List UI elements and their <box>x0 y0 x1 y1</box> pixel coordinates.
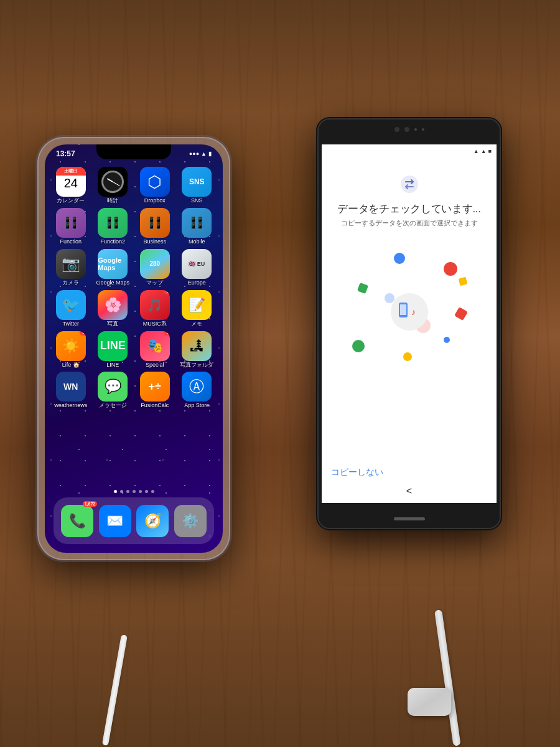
front-speaker <box>414 128 417 131</box>
app-line[interactable]: LINE LINE <box>94 331 131 369</box>
android-front-camera <box>394 127 424 132</box>
anim-shape-yellow-2 <box>403 352 412 361</box>
dock-safari[interactable]: 🧭 <box>136 505 169 537</box>
page-dot-5 <box>139 490 142 493</box>
android-setup-screen: ▲ ▲ ■ データをチェックしています... コピーするデータを次の画面で選択で… <box>322 144 497 503</box>
iphone-status-icons: ●●● ▲ ▮ <box>189 151 212 157</box>
app-label: 写真 <box>94 321 131 327</box>
iphone-body: 13:57 ●●● ▲ ▮ 土曜日 24 <box>37 137 230 560</box>
dock-mail[interactable]: ✉️ <box>99 505 131 537</box>
iphone-page-dots <box>45 490 223 493</box>
app-label: App Store <box>178 403 215 409</box>
anim-shape-blue-2 <box>444 337 450 343</box>
app-label: weathernews <box>52 403 90 409</box>
app-apple-maps[interactable]: 280 マップ <box>136 249 174 286</box>
iphone-app-grid: 土曜日 24 カレンダー 時計 <box>50 167 218 497</box>
app-label: SNS <box>178 198 215 204</box>
battery-icon: ▮ <box>208 151 212 157</box>
android-device: ▲ ▲ ■ データをチェックしています... コピーするデータを次の画面で選択で… <box>317 118 501 529</box>
iphone-screen: 13:57 ●●● ▲ ▮ 土曜日 24 <box>45 144 223 553</box>
app-weathernews[interactable]: WN weathernews <box>52 372 90 409</box>
app-clock[interactable]: 時計 <box>94 167 131 204</box>
app-folder-function2[interactable]: 📱📱📱📱 Function2 <box>94 208 131 245</box>
app-life[interactable]: ☀️ 2 Life 🏠 <box>52 331 90 369</box>
front-camera-dot-1 <box>394 127 399 132</box>
front-camera-dot-2 <box>404 127 409 132</box>
app-row-2: 📱📱📱📱 Function 📱📱📱📱 Function2 📱📱📱📱 <box>50 208 218 245</box>
dock-phone[interactable]: 📞 1,672 <box>61 505 93 537</box>
app-row-5: ☀️ 2 Life 🏠 LINE LINE 🎭 <box>50 331 218 369</box>
android-screen: ▲ ▲ ■ データをチェックしています... コピーするデータを次の画面で選択で… <box>322 144 497 503</box>
app-sns[interactable]: SNS SNS <box>178 167 215 204</box>
app-appstore[interactable]: Ⓐ App Store <box>178 372 215 409</box>
android-home-indicator[interactable] <box>394 517 425 520</box>
app-label: Google Maps <box>94 280 131 286</box>
app-photos-folder[interactable]: 🏞 写真フォルダ <box>178 331 215 369</box>
app-special[interactable]: 🎭 1 Special <box>136 331 174 369</box>
android-checking-subtitle: コピーするデータを次の画面で選択できます <box>341 218 478 228</box>
android-transfer-icon <box>399 174 419 194</box>
app-label: LINE <box>94 362 131 369</box>
android-back-button[interactable]: < <box>406 486 412 497</box>
app-label: 時計 <box>94 198 131 204</box>
iphone-time: 13:57 <box>56 149 75 158</box>
front-sensor <box>422 128 424 131</box>
app-label: Business <box>136 239 174 245</box>
app-label: メモ <box>178 321 215 327</box>
anim-shape-green-2 <box>352 340 365 352</box>
android-wifi-icon: ▲ <box>474 148 479 154</box>
anim-shape-blue-1 <box>394 253 405 264</box>
app-europe[interactable]: 🇬🇧 EU Europe <box>178 249 215 286</box>
app-twitter[interactable]: 🐦 Twitter <box>52 290 90 327</box>
app-folder-mobile[interactable]: 📱📱📱📱 Mobile <box>178 208 215 245</box>
iphone-dock: 📞 1,672 ✉️ 🧭 ⚙️ <box>54 497 214 544</box>
app-label: Dropbox <box>136 198 174 204</box>
android-skip-button[interactable]: コピーしない <box>331 467 383 478</box>
app-calendar[interactable]: 土曜日 24 カレンダー <box>52 167 90 204</box>
page-dot-3 <box>126 490 129 493</box>
app-google-maps[interactable]: Google Maps Google Maps <box>94 249 131 286</box>
svg-text:♪: ♪ <box>411 307 416 317</box>
app-label: Europe <box>178 280 215 286</box>
app-label: マップ <box>136 280 174 286</box>
app-row-6: WN weathernews 💬 メッセージ +÷ <box>50 372 218 409</box>
page-dot-4 <box>133 490 136 493</box>
app-label: 写真フォルダ <box>178 362 215 369</box>
app-label: Function2 <box>94 239 131 245</box>
app-label: カメラ <box>52 280 90 286</box>
anim-shape-red-2 <box>454 307 468 321</box>
android-animation-area: ♪ <box>341 243 478 380</box>
app-folder-function[interactable]: 📱📱📱📱 Function <box>52 208 90 245</box>
app-label: FusionCalc <box>136 403 174 409</box>
page-dot-2 <box>120 490 123 493</box>
signal-icon: ●●● <box>189 151 199 157</box>
app-label: メッセージ <box>94 403 131 409</box>
android-signal-icon: ▲ <box>481 148 487 154</box>
app-label: カレンダー <box>52 198 90 204</box>
svg-point-0 <box>401 176 418 193</box>
app-row-3: 📷 カメラ Google Maps Google Maps 280 <box>50 249 218 286</box>
app-label: Special <box>136 362 174 369</box>
app-notes[interactable]: 📝 メモ <box>178 290 215 327</box>
app-label: Mobile <box>178 239 215 245</box>
app-messages[interactable]: 💬 メッセージ <box>94 372 131 409</box>
iphone-status-bar: 13:57 ●●● ▲ ▮ <box>45 146 223 162</box>
app-folder-business[interactable]: 📱📱📱📱 Business <box>136 208 174 245</box>
app-label: Function <box>52 239 90 245</box>
app-camera[interactable]: 📷 カメラ <box>52 249 90 286</box>
iphone-device: 13:57 ●●● ▲ ▮ 土曜日 24 <box>37 137 230 560</box>
page-dot-1 <box>114 490 117 493</box>
app-label: MUSIC系 <box>136 321 174 327</box>
app-fusioncalc[interactable]: +÷ FusionCalc <box>136 372 174 409</box>
anim-shape-green <box>357 283 368 294</box>
anim-shape-red <box>444 262 457 276</box>
svg-rect-2 <box>400 304 406 315</box>
app-row-1: 土曜日 24 カレンダー 時計 <box>50 167 218 204</box>
usb-adapter <box>408 688 451 716</box>
app-music[interactable]: 🎵 1 MUSIC系 <box>136 290 174 327</box>
dock-settings[interactable]: ⚙️ <box>174 505 207 537</box>
android-checking-title: データをチェックしています... <box>337 202 480 216</box>
app-photos[interactable]: 🌸 写真 <box>94 290 131 327</box>
app-dropbox[interactable]: ⬡ Dropbox <box>136 167 174 204</box>
android-battery-icon: ■ <box>488 148 492 154</box>
